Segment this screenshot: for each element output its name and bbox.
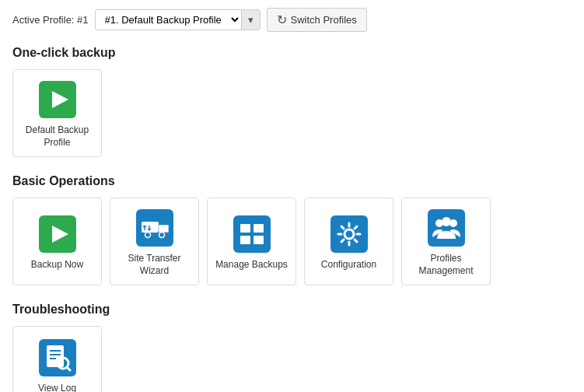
card-label-site-transfer-wizard: Site Transfer Wizard <box>117 253 192 277</box>
profile-dropdown-button[interactable] <box>241 10 260 30</box>
header-row: Active Profile: #1 #1. Default Backup Pr… <box>12 8 572 32</box>
one-click-backup-title: One-click backup <box>12 46 572 60</box>
card-default-backup-profile[interactable]: Default Backup Profile <box>12 69 102 157</box>
svg-rect-18 <box>240 224 250 233</box>
basic-operations-grid: Backup Now <box>12 198 572 285</box>
svg-marker-7 <box>159 225 169 233</box>
card-profiles-management[interactable]: Profiles Management <box>401 198 491 285</box>
troubleshooting-section: Troubleshooting View Log <box>12 303 572 392</box>
card-manage-backups[interactable]: Manage Backups <box>207 198 296 285</box>
svg-rect-37 <box>47 345 64 367</box>
one-click-backup-section: One-click backup Default Backup Profile <box>12 46 572 157</box>
svg-line-28 <box>341 226 344 229</box>
basic-operations-section: Basic Operations Backup Now <box>12 174 572 285</box>
svg-line-29 <box>355 240 357 242</box>
svg-rect-21 <box>254 236 264 244</box>
refresh-icon: ↻ <box>277 12 287 27</box>
switch-profiles-button[interactable]: ↻ Switch Profiles <box>267 8 367 32</box>
svg-rect-17 <box>233 215 271 253</box>
card-configuration[interactable]: Configuration <box>304 198 393 285</box>
profiles-icon <box>428 209 465 247</box>
svg-point-9 <box>145 233 150 238</box>
card-backup-now[interactable]: Backup Now <box>12 198 102 285</box>
svg-line-30 <box>355 226 357 229</box>
play-icon-green <box>39 81 76 118</box>
chevron-down-icon <box>248 14 254 26</box>
card-label-default-backup-profile: Default Backup Profile <box>19 124 95 149</box>
svg-point-10 <box>159 233 164 238</box>
active-profile-label: Active Profile: #1 <box>12 14 89 26</box>
troubleshooting-title: Troubleshooting <box>12 303 572 317</box>
one-click-backup-grid: Default Backup Profile <box>12 69 572 157</box>
troubleshooting-grid: View Log <box>12 326 572 392</box>
card-label-profiles-management: Profiles Management <box>408 253 484 277</box>
transfer-icon <box>136 209 173 247</box>
list-icon <box>233 215 271 253</box>
gear-icon <box>330 215 368 253</box>
card-label-configuration: Configuration <box>321 259 376 271</box>
card-label-backup-now: Backup Now <box>31 259 83 271</box>
card-label-view-log: View Log <box>38 383 76 392</box>
play-icon-green-backup-now <box>39 215 76 253</box>
svg-rect-32 <box>428 209 465 247</box>
card-label-manage-backups: Manage Backups <box>215 259 288 271</box>
switch-profiles-label: Switch Profiles <box>291 14 357 26</box>
profile-select[interactable]: #1. Default Backup Profile <box>96 10 241 30</box>
svg-rect-22 <box>330 215 368 253</box>
card-view-log[interactable]: View Log <box>12 326 102 392</box>
svg-line-31 <box>341 240 344 242</box>
svg-point-35 <box>442 217 451 226</box>
profile-select-wrapper[interactable]: #1. Default Backup Profile <box>95 9 261 30</box>
card-site-transfer-wizard[interactable]: Site Transfer Wizard <box>110 198 199 285</box>
svg-rect-19 <box>254 224 264 233</box>
basic-operations-title: Basic Operations <box>12 174 572 188</box>
svg-rect-20 <box>240 236 250 244</box>
log-icon <box>39 339 76 376</box>
